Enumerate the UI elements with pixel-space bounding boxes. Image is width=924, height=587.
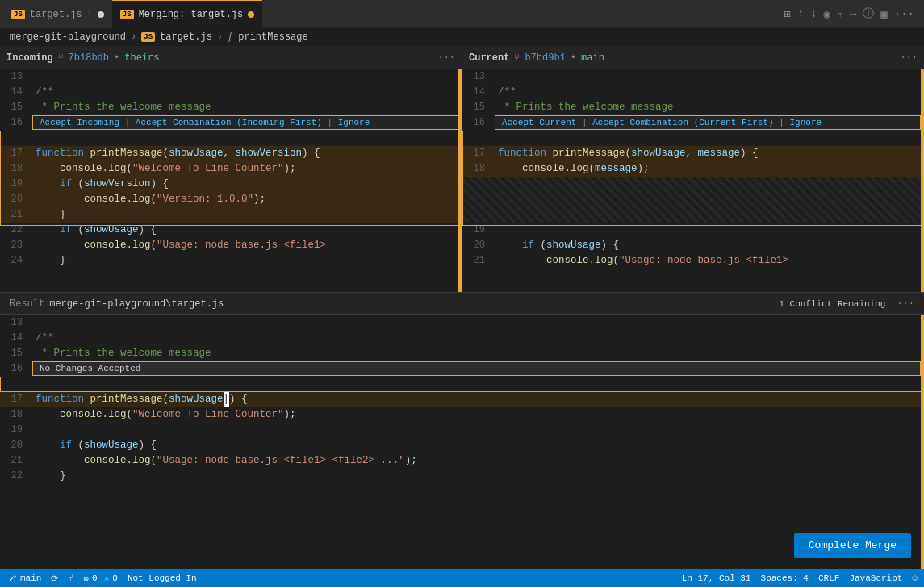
current-branch: main xyxy=(581,52,604,64)
result-code-lines: 13 14 /** 15 * Prints the welcome messag… xyxy=(0,315,924,484)
current-pane: Current ⑂ b7bd9b1 • main ··· Accept Curr… xyxy=(462,47,924,292)
tab-bar: JS target.js ! JS Merging: target.js ⊞ ↑… xyxy=(0,0,924,28)
table-row: 19 xyxy=(0,423,924,438)
table-row: 20 if (showUsage) { xyxy=(0,438,924,453)
incoming-label: Incoming xyxy=(6,52,53,64)
table-row: 13 xyxy=(0,315,924,331)
current-dot: • xyxy=(571,52,576,64)
errors-indicator[interactable]: ⊗ 0 ⚠ 0 xyxy=(83,573,117,584)
function-icon: ƒ xyxy=(228,31,233,43)
tab-merging-label: Merging: target.js xyxy=(139,9,244,20)
project-name[interactable]: merge-git-playground xyxy=(10,31,126,43)
banner-sep2: | xyxy=(328,118,338,127)
git-branch-icon: ⎇ xyxy=(6,573,17,584)
arrow-up-icon[interactable]: ↑ xyxy=(797,7,804,20)
banner-spacer xyxy=(0,131,462,146)
table-row: 24 } xyxy=(0,253,462,269)
incoming-accept-banner: Accept Incoming | Accept Combination (In… xyxy=(32,115,458,130)
layout-icon[interactable]: ▦ xyxy=(880,7,887,21)
result-label: Result xyxy=(10,298,44,310)
sep1: › xyxy=(131,31,136,43)
current-branch-icon: ⑂ xyxy=(514,53,520,63)
incoming-code-lines: 13 14 /** 15 * Prints the welcome messag… xyxy=(0,69,462,269)
table-row: 13 xyxy=(462,69,924,85)
table-row: 23 console.log("Usage: node base.js <fil… xyxy=(0,238,462,253)
table-row: 21 console.log("Usage: node base.js <fil… xyxy=(462,253,924,269)
git-icon: ⑂ xyxy=(68,573,73,583)
result-header: Result merge-git-playground\target.js 1 … xyxy=(0,293,924,315)
incoming-header: Incoming ⑂ 7b18bdb • theirs ··· xyxy=(0,47,462,69)
table-row: 17 function printMessage(showUsage, show… xyxy=(0,146,462,161)
refresh-icon: ⟳ xyxy=(51,573,58,584)
cursor-position[interactable]: Ln 17, Col 31 xyxy=(682,573,751,583)
current-more-icon[interactable]: ··· xyxy=(900,52,918,64)
git-changes-icon[interactable]: ⑂ xyxy=(68,573,73,583)
language-indicator[interactable]: JavaScript xyxy=(849,573,902,583)
table-row: 15 * Prints the welcome message xyxy=(0,346,924,361)
error-icon: ⊗ xyxy=(83,573,89,584)
current-label: Current xyxy=(469,52,509,64)
table-row: 19 xyxy=(462,223,924,238)
no-changes-label: No Changes Accepted xyxy=(40,364,140,373)
encoding-indicator[interactable]: CRLF xyxy=(818,573,839,583)
js-icon: JS xyxy=(11,10,25,19)
branch-name: main xyxy=(20,573,41,583)
result-more-icon[interactable]: ··· xyxy=(897,298,914,310)
accept-combination-incoming-link[interactable]: Accept Combination (Incoming First) xyxy=(136,118,322,127)
function-name[interactable]: printMessage xyxy=(238,31,307,43)
table-row: 14 /** xyxy=(462,85,924,100)
ignore-incoming-link[interactable]: Ignore xyxy=(338,118,370,127)
login-status[interactable]: Not Logged In xyxy=(128,573,197,583)
accept-current-link[interactable]: Accept Current xyxy=(502,118,576,127)
split-editor-icon[interactable]: ⊞ xyxy=(784,7,790,21)
info-icon[interactable]: ⓘ xyxy=(863,6,874,21)
incoming-code-area: Accept Incoming | Accept Combination (In… xyxy=(0,69,462,292)
forward-icon[interactable]: → xyxy=(850,7,856,20)
spaces-indicator[interactable]: Spaces: 4 xyxy=(761,573,809,583)
incoming-source: theirs xyxy=(124,52,159,64)
login-label: Not Logged In xyxy=(128,573,197,583)
eye-icon[interactable]: ◉ xyxy=(824,7,830,21)
tab-merging-target-js[interactable]: JS Merging: target.js xyxy=(112,0,262,28)
incoming-dot: • xyxy=(114,52,119,64)
more-icon[interactable]: ··· xyxy=(894,7,914,20)
error-count: 0 xyxy=(92,573,98,583)
current-code-lines: 13 14 /** 15 * Prints the welcome messag… xyxy=(462,69,924,269)
file-name[interactable]: target.js xyxy=(160,31,212,43)
branch-indicator[interactable]: ⎇ main xyxy=(6,573,41,584)
arrow-down-icon[interactable]: ↓ xyxy=(810,7,817,20)
branch-icon[interactable]: ⑂ xyxy=(837,7,843,20)
current-hash: b7bd9b1 xyxy=(525,52,565,64)
result-conflict-bar xyxy=(921,315,924,569)
accept-incoming-link[interactable]: Accept Incoming xyxy=(40,118,119,127)
accept-combination-current-link[interactable]: Accept Combination (Current First) xyxy=(592,118,773,127)
banner-sep4: | xyxy=(779,118,789,127)
table-row: 13 xyxy=(0,69,462,85)
table-row: 21 console.log("Usage: node base.js <fil… xyxy=(0,453,924,468)
js-icon-2: JS xyxy=(120,10,134,19)
incoming-more-icon[interactable]: ··· xyxy=(437,52,455,64)
incoming-pane: Incoming ⑂ 7b18bdb • theirs ··· Accept I… xyxy=(0,47,462,292)
current-code-area: Accept Current | Accept Combination (Cur… xyxy=(462,69,924,292)
current-accept-banner: Accept Current | Accept Combination (Cur… xyxy=(495,115,921,130)
status-bar: ⎇ main ⟳ ⑂ ⊗ 0 ⚠ 0 Not Logged In Ln 17, … xyxy=(0,569,924,587)
complete-merge-button[interactable]: Complete Merge xyxy=(794,533,911,558)
table-row: 21 } xyxy=(0,207,462,223)
table-row: 18 console.log("Welcome To Line Counter"… xyxy=(0,161,462,177)
table-row: 20 console.log("Version: 1.0.0"); xyxy=(0,192,462,207)
banner-sep1: | xyxy=(125,118,136,127)
table-row: 17 function printMessage(showUsage|) { xyxy=(0,392,924,407)
feedback-icon[interactable]: ☺ xyxy=(912,573,918,583)
warning-icon: ⚠ xyxy=(104,573,110,584)
breadcrumb: merge-git-playground › JS target.js › ƒ … xyxy=(0,28,924,47)
sep2: › xyxy=(217,31,223,43)
sync-icon[interactable]: ⟳ xyxy=(51,573,58,584)
result-pane[interactable]: No Changes Accepted 13 14 /** 15 * Print… xyxy=(0,315,924,569)
table-row: 20 if (showUsage) { xyxy=(462,238,924,253)
table-row: 22 } xyxy=(0,468,924,484)
banner-spacer-2 xyxy=(462,131,924,146)
incoming-hash: 7b18bdb xyxy=(69,52,109,64)
ignore-current-link[interactable]: Ignore xyxy=(789,118,822,127)
result-path: merge-git-playground\target.js xyxy=(49,298,224,310)
tab-target-js[interactable]: JS target.js ! xyxy=(3,0,112,28)
